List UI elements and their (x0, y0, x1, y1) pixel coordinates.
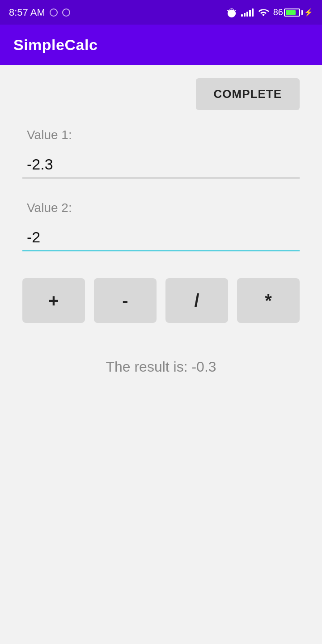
alarm-icon (227, 8, 237, 17)
circle-icon (62, 8, 70, 17)
value1-input[interactable] (22, 151, 300, 178)
main-content: COMPLETE Value 1: Value 2: + - / * The r… (0, 65, 322, 644)
status-right: 86 ⚡ (227, 7, 313, 18)
status-bar: 8:57 AM 86 ⚡ (0, 0, 322, 25)
add-button[interactable]: + (22, 278, 85, 323)
battery-icon: 86 ⚡ (273, 7, 313, 17)
multiply-button[interactable]: * (237, 278, 300, 323)
status-left: 8:57 AM (9, 7, 70, 18)
value2-input[interactable] (22, 224, 300, 251)
subtract-button[interactable]: - (94, 278, 157, 323)
moon-icon (50, 8, 58, 17)
value1-label: Value 1: (27, 128, 300, 142)
divide-button[interactable]: / (165, 278, 228, 323)
bolt-icon: ⚡ (304, 8, 313, 17)
status-time: 8:57 AM (9, 7, 45, 18)
complete-button[interactable]: COMPLETE (196, 78, 300, 110)
signal-icon (241, 8, 254, 17)
value2-label: Value 2: (27, 201, 300, 215)
app-title: SimpleCalc (13, 36, 97, 54)
battery-percent: 86 (273, 7, 283, 17)
result-text: The result is: -0.3 (22, 359, 300, 375)
app-bar: SimpleCalc (0, 25, 322, 65)
wifi-icon (258, 7, 269, 18)
operators-row: + - / * (22, 278, 300, 323)
complete-btn-row: COMPLETE (22, 78, 300, 110)
